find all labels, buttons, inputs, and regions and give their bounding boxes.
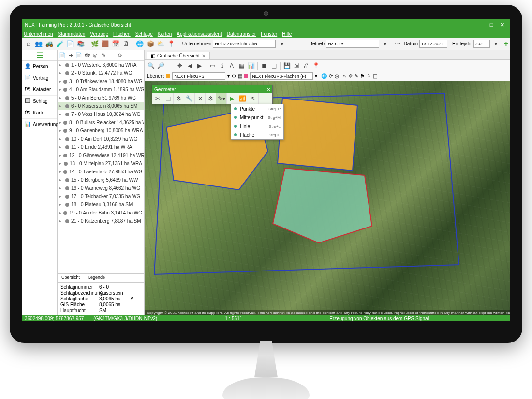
nav-person[interactable]: 👤Person <box>22 61 57 72</box>
tool-settings-icon[interactable]: ⚙ <box>206 93 216 104</box>
zoom-in-icon[interactable]: 🔍 <box>147 61 155 70</box>
close-button[interactable]: ✕ <box>497 20 507 29</box>
maximize-button[interactable]: □ <box>486 20 497 29</box>
pan-icon[interactable]: ✥ <box>176 61 184 70</box>
packages-icon[interactable]: 📦 <box>146 39 155 49</box>
refresh-icon[interactable]: ⟳ <box>117 52 123 59</box>
zoom-out-icon[interactable]: 🔎 <box>156 61 165 70</box>
dropdown-icon[interactable]: ▾ <box>277 39 287 49</box>
map-canvas[interactable]: Geometer ✕ ✂ ◫ ⚙ 🔧 ✕ ⚙ ✎▾ ▶ <box>145 81 510 315</box>
move-icon[interactable]: ✥ <box>349 73 353 79</box>
calendar-icon[interactable]: 📅 <box>111 39 120 49</box>
save-icon[interactable]: 💾 <box>282 61 291 70</box>
tool-cut-icon[interactable]: ✂ <box>152 93 163 104</box>
layer1-field[interactable] <box>172 72 225 80</box>
nav-schlag[interactable]: 🔲Schlag <box>22 96 57 107</box>
tool-pencil-icon[interactable]: ✎▾ <box>216 93 227 104</box>
tree-row[interactable]: ▸3 - 0 Tränkewiese 18,4080 ha WG <box>58 77 144 86</box>
tool-wrench-icon[interactable]: 🔧 <box>184 93 195 104</box>
tree-row[interactable]: ▸16 - 0 Warneweg 8,4662 ha WG <box>58 184 144 192</box>
tool-play-icon[interactable]: ▶ <box>227 93 237 104</box>
zoom-extent-icon[interactable]: ⛶ <box>166 61 175 70</box>
layers-icon[interactable]: ≣ <box>260 61 268 70</box>
dropdown-icon[interactable]: ▾ <box>227 73 230 79</box>
layer-tool-icon[interactable]: ⚙ <box>232 73 236 79</box>
tab-uebersicht[interactable]: Übersicht <box>58 274 84 282</box>
tree-row[interactable]: ▸11 - 0 Linde 2,4391 ha WRA <box>58 143 144 151</box>
edit-icon[interactable]: ✎ <box>100 52 107 59</box>
gps-pin-icon[interactable]: 📍 <box>311 61 320 70</box>
unternehmen-field[interactable] <box>213 40 276 48</box>
tractor-icon[interactable]: 🚜 <box>44 39 54 49</box>
back-icon[interactable]: ◀ <box>185 61 194 70</box>
globe2-icon[interactable]: 🌐 <box>321 73 327 79</box>
barrel-icon[interactable]: 🧪 <box>55 39 65 49</box>
menu-stammdaten[interactable]: Stammdaten <box>58 31 86 37</box>
tree-row[interactable]: ▸13 - 0 Mittelplan 27,1361 ha WRA <box>58 159 144 168</box>
tree-row[interactable]: ▸19 - 0 An der Bahn 3,1414 ha WG <box>58 209 144 217</box>
doc2-icon[interactable]: 📄 <box>75 52 82 59</box>
dropdown-icon[interactable]: ▾ <box>491 39 501 49</box>
ellipsis-icon[interactable]: ⋯ <box>393 39 403 49</box>
menu-schläge[interactable]: Schläge <box>135 31 153 37</box>
dropdown-icon[interactable]: ▾ <box>381 39 390 49</box>
calendar2-icon[interactable]: 🗓 <box>121 39 131 49</box>
tree-row[interactable]: ▸10 - 0 Am Dorf 10,3239 ha WG <box>58 135 144 143</box>
flag-icon[interactable]: ⚑ <box>360 73 365 79</box>
books-icon[interactable]: 📚 <box>76 39 86 49</box>
menu-hilfe[interactable]: Hilfe <box>282 31 292 37</box>
tree-row[interactable]: ▸1 - 0 Westerk. 8,6000 ha WRA <box>58 61 144 69</box>
menu-flächen[interactable]: Flächen <box>113 31 131 37</box>
geometer-menu-mittelpunkt[interactable]: MittelpunktStrg+M <box>231 113 283 122</box>
info-icon[interactable]: ℹ <box>218 61 226 70</box>
nav-karte[interactable]: 🗺Karte <box>22 107 57 119</box>
target2-icon[interactable]: ◎ <box>335 73 339 79</box>
refresh2-icon[interactable]: ⟳ <box>329 73 333 79</box>
tree-row[interactable]: ▸15 - 0 Burgberg 5,6439 ha WW <box>58 176 144 184</box>
tool-cross-icon[interactable]: ✕ <box>195 93 206 104</box>
cursor-icon[interactable]: ↖ <box>343 73 347 79</box>
raster-icon[interactable]: ▦ <box>237 61 246 70</box>
tree-row[interactable]: ▸12 - 0 Gänsewiese 12,4191 ha WRA <box>58 151 144 159</box>
betrieb-field[interactable] <box>326 40 379 48</box>
hamburger-icon[interactable]: ☰ <box>22 50 57 61</box>
pencil-icon[interactable]: ✎ <box>355 73 358 79</box>
leaf-icon[interactable]: 🌿 <box>90 39 100 49</box>
tab-legende[interactable]: Legende <box>84 274 109 282</box>
tree-row[interactable]: ▸17 - 0 Teichacker 7,0335 ha WG <box>58 192 144 200</box>
add-button[interactable]: + <box>504 40 508 48</box>
layers2-icon[interactable]: ◫ <box>269 61 278 70</box>
geometer-panel[interactable]: Geometer ✕ ✂ ◫ ⚙ 🔧 ✕ ⚙ ✎▾ ▶ <box>152 85 273 104</box>
tree-row[interactable]: ▸7 - 0 Voss Haus 10,3824 ha WG <box>58 110 144 118</box>
menu-applikationsassistent[interactable]: Applikationsassistent <box>177 31 222 37</box>
tree-row[interactable]: ▸4 - 0 Am Staudamm 1,4895 ha WG <box>58 86 144 94</box>
chart-icon[interactable]: 📊 <box>247 61 255 70</box>
layer-tool2-icon[interactable]: ▤ <box>238 73 242 79</box>
field-icon[interactable]: 🟫 <box>100 39 110 49</box>
tree-row[interactable]: ▸21 - 0 Katzenberg 7,8187 ha SM <box>58 217 144 225</box>
datum-field[interactable] <box>419 40 447 48</box>
tree-row[interactable]: ▸5 - 0 Am Berg 51,9769 ha WG <box>58 94 144 102</box>
erntejahr-field[interactable] <box>473 40 490 48</box>
menu-unternehmen[interactable]: Unternehmen <box>24 31 53 37</box>
tool-signal-icon[interactable]: 📶 <box>237 93 248 104</box>
menu-karten[interactable]: Karten <box>158 31 172 37</box>
print-icon[interactable]: 🖨 <box>302 61 310 70</box>
nav-kataster[interactable]: 🗺Kataster <box>22 84 57 96</box>
pin-icon[interactable]: 📍 <box>166 39 176 49</box>
people-icon[interactable]: 👥 <box>34 39 44 49</box>
menu-verträge[interactable]: Verträge <box>90 31 108 37</box>
menu-datentransfer[interactable]: Datentransfer <box>227 31 256 37</box>
tree-row[interactable]: ▸8 - 0 Bullars Reiacker 14,3625 ha WG <box>58 118 144 127</box>
more-icon[interactable]: ⋯ <box>108 52 115 59</box>
forward-icon[interactable]: ▶ <box>195 61 204 70</box>
nav-vertrag[interactable]: 📄Vertrag <box>22 72 57 84</box>
tree-row[interactable]: ▸9 - 0 Gartenberg 10,8005 ha WRA <box>58 127 144 135</box>
doc-icon[interactable]: 📄 <box>66 39 75 49</box>
doc-icon[interactable]: 📄 <box>59 52 66 59</box>
tool-window-icon[interactable]: ◫ <box>163 93 174 104</box>
minimize-button[interactable]: − <box>475 20 486 29</box>
box-icon[interactable]: ◫ <box>373 73 377 79</box>
nav-auswertungen[interactable]: 📊Auswertungen <box>22 119 57 130</box>
text-icon[interactable]: A <box>227 61 236 70</box>
